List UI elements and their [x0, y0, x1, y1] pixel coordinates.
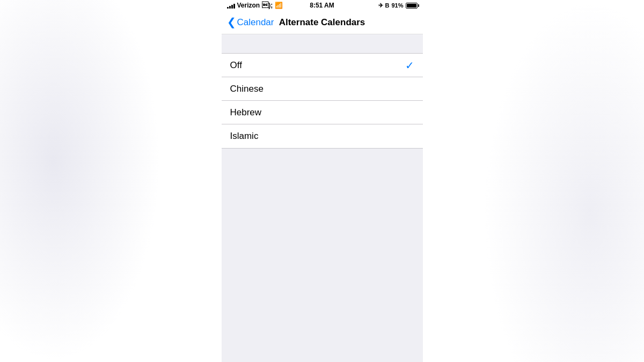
- item-label-off: Off: [230, 60, 242, 71]
- nav-bar: ❮ Calendar Alternate Calendars: [222, 11, 423, 34]
- battery-percent: 91%: [391, 2, 403, 9]
- location-icon: ✈: [378, 2, 383, 9]
- signal-bar-1: [227, 7, 229, 9]
- list-item-chinese[interactable]: Chinese: [222, 77, 423, 101]
- signal-bar-4: [233, 4, 235, 9]
- back-chevron-icon: ❮: [227, 17, 236, 27]
- list-item-off[interactable]: Off ✓: [222, 54, 423, 77]
- calendar-options-list: Off ✓ Chinese Hebrew Islamic: [222, 53, 423, 149]
- page-title: Alternate Calendars: [279, 17, 365, 28]
- item-label-islamic: Islamic: [230, 131, 259, 142]
- item-label-chinese: Chinese: [230, 84, 264, 94]
- bottom-area: [222, 149, 423, 362]
- status-time: 8:51 AM: [310, 2, 334, 9]
- wifi-symbol: 📶: [275, 2, 283, 9]
- back-button[interactable]: ❮ Calendar: [227, 17, 274, 28]
- bg-blur-right: [483, 0, 644, 362]
- wifi-icon: );: [262, 2, 273, 9]
- phone-frame: Verizon ); 📶 8:51 AM ✈ B 91% ❮ Calendar…: [222, 0, 423, 362]
- section-spacer-top: [222, 34, 423, 53]
- signal-bar-3: [231, 5, 233, 9]
- list-item-hebrew[interactable]: Hebrew: [222, 101, 423, 124]
- bluetooth-icon: B: [385, 2, 390, 9]
- status-left: Verizon ); 📶: [227, 2, 283, 9]
- signal-bar-2: [229, 6, 231, 9]
- bg-blur-left: [0, 0, 161, 362]
- back-label: Calendar: [237, 17, 274, 28]
- signal-bars: [227, 3, 235, 9]
- checkmark-off: ✓: [405, 59, 414, 72]
- carrier-label: Verizon: [237, 2, 260, 9]
- status-bar: Verizon ); 📶 8:51 AM ✈ B 91%: [222, 0, 423, 11]
- battery-icon: [406, 3, 418, 9]
- status-right: ✈ B 91%: [378, 2, 418, 9]
- list-item-islamic[interactable]: Islamic: [222, 124, 423, 148]
- item-label-hebrew: Hebrew: [230, 107, 262, 118]
